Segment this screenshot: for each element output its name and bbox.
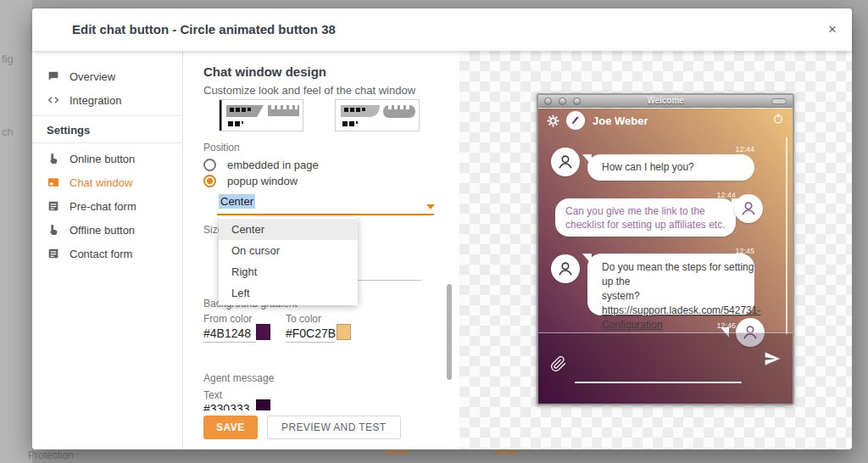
send-icon: [762, 350, 782, 371]
dialog-title: Edit chat button - Circle animated butto…: [72, 22, 336, 36]
messages-scrollbar: [786, 137, 787, 335]
agent-message-avatar: [551, 148, 580, 176]
gear-icon: [547, 114, 559, 127]
sidebar-item-label: Integration: [70, 94, 121, 107]
form-heading: Chat window design: [203, 64, 326, 79]
agent-avatar: [566, 111, 585, 130]
dropdown-option-center[interactable]: Center: [219, 219, 358, 240]
sidebar-item-label: Pre-chat form: [70, 200, 136, 213]
paperclip-icon: [550, 354, 567, 377]
text-color-label: Text: [203, 389, 222, 401]
preview-and-test-button[interactable]: PREVIEW AND TEST: [267, 416, 401, 439]
agent-message-bubble: Do you mean the steps for setting up the…: [587, 254, 754, 315]
sidebar-item-integration[interactable]: Integration: [32, 88, 182, 112]
chevron-down-icon[interactable]: [426, 204, 435, 209]
from-color-swatch[interactable]: [256, 324, 270, 340]
save-button[interactable]: SAVE: [203, 416, 258, 439]
person-icon: [739, 199, 758, 218]
radio-popup-window[interactable]: popup window: [203, 175, 298, 187]
visitor-message-bubble: Can you give me the link to the checklis…: [555, 198, 736, 237]
chat-window-icon: [47, 176, 60, 189]
person-icon: [556, 153, 575, 171]
chat-body: Joe Weber 12:44 How can I help you?: [538, 109, 793, 404]
to-color-label: To color: [286, 313, 321, 325]
dropdown-option-right[interactable]: Right: [219, 261, 358, 282]
message-text: How can I help you?: [587, 154, 754, 181]
chat-window-preview: Welcome Joe Weber: [537, 93, 794, 405]
dimmed-background-panel: [0, 0, 32, 463]
chat-input-underline: [575, 382, 742, 383]
sidebar-item-offline-button[interactable]: Offline button: [32, 218, 182, 242]
select-underline: [217, 214, 434, 215]
form-icon: [47, 247, 60, 260]
sidebar-section-settings: Settings: [47, 124, 90, 137]
theme-thumbnail-classic[interactable]: [219, 99, 303, 131]
window-minimize-icon: [771, 98, 787, 104]
dropdown-option-on-cursor[interactable]: On cursor: [219, 240, 358, 261]
form-subheading: Customize look and feel of the chat wind…: [203, 84, 415, 97]
visitor-message-avatar: [734, 194, 763, 223]
chat-header: Joe Weber: [538, 109, 793, 132]
chat-input-bar: [538, 332, 793, 404]
preview-window-titlebar: Welcome: [538, 95, 793, 108]
agent-message-avatar: [551, 254, 580, 283]
bubble-tail: [582, 154, 592, 165]
sidebar-item-pre-chat-form[interactable]: Pre-chat form: [32, 194, 182, 218]
chat-preview-panel: Welcome Joe Weber: [459, 51, 852, 449]
dropdown-option-left[interactable]: Left: [219, 282, 358, 304]
agent-message-label: Agent message: [203, 372, 274, 384]
form-scrollbar[interactable]: [447, 284, 452, 380]
code-icon: [47, 93, 60, 107]
hand-pointer-icon: [47, 152, 60, 165]
position-select-input[interactable]: Center: [219, 194, 255, 209]
message-timestamp: 12:46: [538, 321, 736, 330]
sidebar-item-overview[interactable]: Overview: [32, 64, 182, 88]
message-text: Do you mean the steps for setting up the: [602, 260, 754, 289]
dialog-titlebar: Edit chat button - Circle animated butto…: [32, 8, 852, 51]
close-icon[interactable]: ×: [828, 21, 837, 38]
bubble-tail: [582, 254, 592, 265]
message-link: https://support.ladesk.com/542731-: [602, 304, 754, 318]
to-color-swatch[interactable]: [337, 324, 351, 340]
sidebar-divider: [32, 115, 182, 116]
agent-message-bubble: How can I help you?: [587, 154, 754, 181]
dialog-sidebar: Overview Integration Settings Online but…: [32, 51, 183, 449]
form-footer: SAVE PREVIEW AND TEST: [183, 410, 459, 449]
sidebar-item-label: Offline button: [70, 224, 135, 237]
chat-bubble-icon: [47, 70, 60, 83]
agent-name: Joe Weber: [593, 114, 648, 127]
to-color-input[interactable]: #F0C27B: [286, 326, 336, 340]
sidebar-item-online-button[interactable]: Online button: [32, 147, 182, 170]
sidebar-item-label: Contact form: [70, 248, 132, 260]
sidebar-item-label: Overview: [70, 70, 115, 83]
theme-thumbnail-graphic: [336, 100, 419, 131]
sidebar-item-chat-window[interactable]: Chat window: [32, 170, 182, 194]
radio-label: embedded in page: [227, 159, 319, 171]
chat-window-design-form: Chat window design Customize look and fe…: [183, 51, 459, 449]
person-icon: [556, 259, 575, 278]
radio-icon[interactable]: [203, 159, 216, 171]
from-color-input[interactable]: #4B1248: [203, 326, 251, 340]
from-color-underline: [203, 342, 256, 343]
pencil-icon: [570, 114, 581, 126]
sidebar-item-contact-form[interactable]: Contact form: [32, 242, 182, 265]
message-text: checklist for setting up affiliates etc.: [565, 218, 736, 232]
theme-thumbnail-graphic: [220, 100, 303, 131]
hand-pointer-icon: [47, 223, 60, 237]
from-color-label: From color: [203, 313, 252, 325]
preview-window-title: Welcome: [538, 96, 793, 105]
radio-embedded-in-page[interactable]: embedded in page: [203, 159, 319, 171]
theme-thumbnail-rounded[interactable]: [335, 99, 420, 131]
radio-selected-icon[interactable]: [203, 175, 216, 187]
to-color-underline: [286, 342, 335, 343]
power-icon: [772, 113, 784, 128]
radio-label: popup window: [227, 175, 298, 187]
message-text: Can you give me the link to the: [565, 204, 736, 218]
form-icon: [47, 199, 60, 213]
background-text-fragment: fig: [2, 53, 14, 65]
sidebar-divider: [32, 142, 182, 143]
message-text: system?: [602, 289, 754, 304]
position-label: Position: [203, 142, 240, 153]
sidebar-item-label: Online button: [70, 153, 135, 165]
position-dropdown-menu: Center On cursor Right Left: [219, 217, 358, 305]
